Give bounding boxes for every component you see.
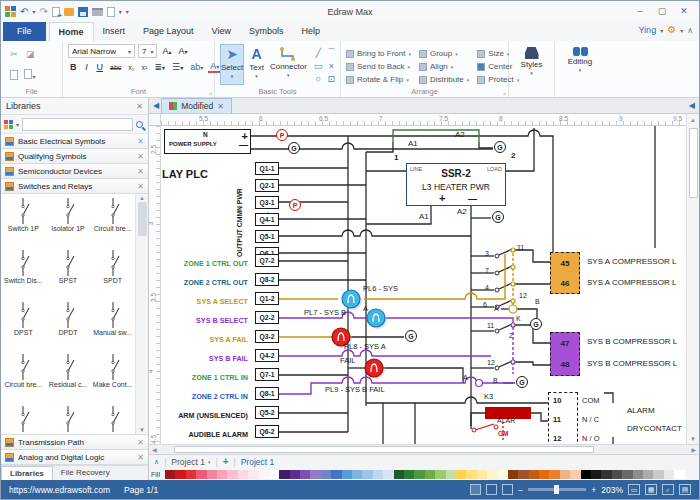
qat-customize-icon[interactable]: ▾ (126, 8, 129, 15)
menu-tab[interactable]: Page Layout (134, 22, 203, 41)
export-icon[interactable] (107, 7, 115, 17)
fill-color-swatch[interactable] (508, 470, 518, 479)
user-dropdown-icon[interactable]: ▾ (660, 27, 663, 34)
fill-color-swatch[interactable] (207, 470, 217, 479)
connector-tool-button[interactable]: Connector▾ (269, 44, 308, 85)
shrink-font-icon[interactable]: A▾ (177, 46, 190, 56)
zoom-slider-thumb[interactable] (554, 485, 559, 494)
text-tool-button[interactable]: A Text▾ (248, 44, 265, 85)
fill-color-swatch[interactable] (331, 470, 341, 479)
minimize-button[interactable]: – (629, 4, 651, 20)
fill-color-swatch[interactable] (456, 470, 466, 479)
fill-color-swatch[interactable] (477, 470, 487, 479)
plc-terminal-cell[interactable]: Q2-2 (255, 311, 279, 324)
library-symbol[interactable]: SPDT (90, 248, 135, 300)
tab-file[interactable]: File (3, 22, 46, 41)
collapse-right-panel-icon[interactable]: ◀ (687, 101, 697, 110)
vscroll-up-icon[interactable]: ▲ (686, 114, 699, 126)
ssr-2-box[interactable]: LINE LOAD SSR-2 L3 HEATER PWR + — (406, 163, 506, 206)
library-symbol[interactable] (90, 404, 135, 434)
fill-color-swatch[interactable] (404, 470, 414, 479)
plc-terminal-cell[interactable]: Q5-2 (255, 406, 279, 419)
fill-color-swatch[interactable] (196, 470, 206, 479)
fill-color-swatch[interactable] (269, 470, 279, 479)
library-symbol[interactable]: Switch 1P (1, 196, 46, 248)
paste-icon[interactable] (10, 70, 18, 80)
library-search-input[interactable] (22, 118, 133, 131)
zoom-slider[interactable] (528, 488, 586, 491)
library-symbol[interactable]: Switch Dis... (1, 248, 46, 300)
zoom-level[interactable]: 203% (601, 485, 623, 495)
settings-dropdown-icon[interactable]: ▾ (680, 27, 683, 34)
collapse-ribbon-icon[interactable]: ∧ (687, 26, 693, 35)
crop-tool-icon[interactable]: ⊡ (328, 74, 336, 84)
vertical-scrollbar[interactable]: ▼ (686, 126, 699, 444)
library-symbol[interactable]: DPDT (46, 300, 91, 352)
bring-to-front-button[interactable]: Bring to Front▾ (346, 49, 411, 58)
cut-icon[interactable]: ✂ (8, 49, 20, 59)
plc-terminal-cell[interactable]: Q8-1 (255, 387, 279, 400)
fill-color-swatch[interactable] (653, 470, 663, 479)
underline-button[interactable]: U (95, 62, 106, 72)
hscrollbar-thumb[interactable] (174, 446, 594, 453)
drawing-canvas[interactable]: N POWER SUPPLY + — LAY PLC OUTPUT CMMN P… (161, 126, 686, 444)
fill-color-swatch[interactable] (238, 470, 248, 479)
terminal-g6[interactable]: G (516, 376, 528, 388)
terminal-p[interactable]: P (276, 129, 288, 141)
fill-color-swatch[interactable] (342, 470, 352, 479)
zoom-out-icon[interactable]: − (518, 485, 523, 495)
fill-color-swatch[interactable] (549, 470, 559, 479)
scroll-up-icon[interactable]: ▲ (139, 195, 145, 201)
close-icon[interactable]: ✕ (137, 167, 144, 176)
superscript-button[interactable]: x² (140, 64, 150, 71)
fill-color-swatch[interactable] (581, 470, 591, 479)
normal-view-icon[interactable] (470, 484, 481, 495)
collapse-left-panel-icon[interactable]: ◀ (151, 101, 161, 110)
fill-color-swatch[interactable] (290, 470, 300, 479)
terminal-g2[interactable]: G (494, 141, 506, 153)
grid-icon[interactable]: ▤ (679, 484, 691, 495)
close-icon[interactable]: ✕ (137, 182, 144, 191)
fill-color-swatch[interactable] (186, 470, 196, 479)
fill-color-swatch[interactable] (570, 470, 580, 479)
undo-dropdown-icon[interactable]: ▾ (32, 8, 35, 15)
fill-color-swatch[interactable] (466, 470, 476, 479)
italic-button[interactable]: I (82, 62, 92, 72)
vscroll-down-icon[interactable]: ▼ (690, 434, 696, 444)
fill-color-swatch[interactable] (435, 470, 445, 479)
fill-color-swatch[interactable] (446, 470, 456, 479)
library-symbol[interactable]: Residual c... (46, 352, 91, 404)
menu-tab[interactable]: View (203, 22, 240, 41)
fit-view-icon[interactable] (486, 484, 497, 495)
fill-color-swatch[interactable] (414, 470, 424, 479)
library-symbol[interactable]: Circuit bre... (90, 196, 135, 248)
library-picker-icon[interactable] (4, 120, 13, 129)
terminal-p2[interactable]: P (289, 199, 301, 211)
terminal-g[interactable]: G (288, 142, 300, 154)
sys-a-compressor-terminals[interactable]: 45 46 (550, 252, 580, 294)
hscroll-left-icon[interactable]: ◀ (149, 446, 160, 453)
library-symbol[interactable]: Isolator 1P (46, 196, 91, 248)
close-icon[interactable]: ✕ (137, 152, 144, 161)
zoom-in-icon[interactable]: + (591, 485, 596, 495)
fill-color-swatch[interactable] (591, 470, 601, 479)
ellipse-tool-icon[interactable]: ○ (316, 74, 321, 84)
menu-tab[interactable]: Home (49, 22, 94, 41)
plc-terminal-cell[interactable]: Q5-1 (255, 230, 279, 243)
fill-color-swatch[interactable] (165, 470, 175, 479)
close-document-icon[interactable]: ✕ (217, 102, 224, 111)
fill-color-swatch[interactable] (394, 470, 404, 479)
library-symbol[interactable] (1, 404, 46, 434)
format-painter-icon[interactable]: ◪ (24, 49, 37, 59)
fill-color-swatch[interactable] (321, 470, 331, 479)
library-group-bar[interactable]: Transmission Path ✕ (1, 435, 148, 450)
distribute-button[interactable]: Distribute▾ (419, 75, 469, 84)
hscroll-right-icon[interactable]: ▶ (688, 446, 699, 453)
highlight-icon[interactable]: ab▾ (188, 62, 205, 72)
fill-color-swatch[interactable] (175, 470, 185, 479)
fill-color-swatch[interactable] (352, 470, 362, 479)
plc-terminal-cell[interactable]: Q6-2 (255, 425, 279, 438)
fill-color-swatch[interactable] (529, 470, 539, 479)
tab-file-recovery[interactable]: File Recovery (53, 466, 118, 480)
close-icon[interactable]: ✕ (137, 453, 144, 462)
